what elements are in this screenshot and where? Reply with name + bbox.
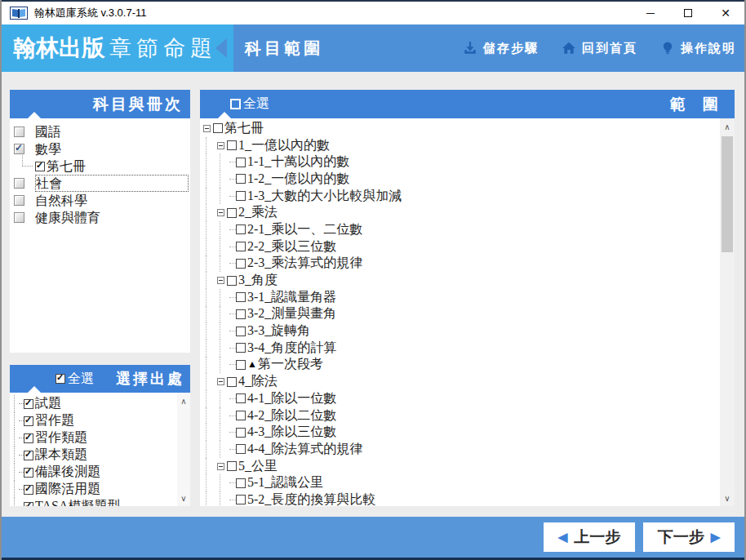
tree-label[interactable]: 2-1_乘以一、二位數 — [247, 221, 362, 238]
tree-label[interactable]: 1-2_一億以內的數 — [247, 171, 349, 188]
checkbox[interactable] — [227, 208, 237, 218]
save-steps-button[interactable]: 儲存步驟 — [463, 41, 539, 56]
subject-item[interactable]: 健康與體育 — [10, 209, 190, 226]
tree-item[interactable]: 3-1_認識量角器 — [200, 289, 720, 306]
tree-item[interactable]: 2_乘法 — [200, 204, 720, 221]
checkbox[interactable] — [14, 144, 24, 154]
checkbox[interactable] — [236, 428, 246, 438]
tree-item[interactable]: 3-2_測量與畫角 — [200, 306, 720, 323]
tree-item[interactable]: 4-2_除以二位數 — [200, 407, 720, 424]
checkbox[interactable] — [227, 461, 237, 471]
subject-item[interactable]: 社會 — [10, 175, 190, 192]
close-icon[interactable]: ✕ — [707, 2, 744, 24]
checkbox[interactable] — [236, 478, 246, 488]
tree-item[interactable]: 2-1_乘以一、二位數 — [200, 221, 720, 238]
checkbox[interactable] — [24, 433, 33, 443]
tree-item[interactable]: 3-3_旋轉角 — [200, 322, 720, 340]
item-label[interactable]: 自然科學 — [35, 193, 87, 208]
tree-item[interactable]: 1_一億以內的數 — [200, 137, 720, 154]
tree-label[interactable]: 4-3_除以三位數 — [247, 424, 336, 441]
tree-label[interactable]: 4-2_除以二位數 — [247, 407, 336, 424]
tree-label[interactable]: 1-3_大數的大小比較與加減 — [247, 188, 402, 205]
next-step-button[interactable]: 下一步 ▶ — [643, 522, 735, 552]
tree-label[interactable]: 5-1_認識公里 — [247, 474, 323, 491]
item-label[interactable]: 習作類題 — [35, 429, 87, 447]
checkbox[interactable] — [24, 502, 33, 507]
help-button[interactable]: 操作說明 — [660, 41, 736, 56]
tree-item[interactable]: 2-3_乘法算式的規律 — [200, 256, 720, 273]
checkbox[interactable] — [236, 224, 246, 234]
tree-item[interactable]: 5-1_認識公里 — [200, 474, 720, 491]
scroll-down-icon[interactable]: ∨ — [720, 491, 735, 504]
tree-item[interactable]: 4-3_除以三位數 — [200, 424, 720, 441]
tree-label[interactable]: 第一次段考 — [258, 356, 323, 373]
tree-label[interactable]: 1-1_十萬以內的數 — [247, 153, 349, 171]
tree-label[interactable]: 2-2_乘以三位數 — [247, 238, 336, 256]
tree-item[interactable]: 4_除法 — [200, 373, 720, 390]
item-label[interactable]: 試題 — [35, 395, 61, 412]
checkbox[interactable] — [14, 127, 24, 137]
volume-item[interactable]: 第七冊 — [10, 158, 190, 175]
tree-label[interactable]: 2_乘法 — [238, 204, 278, 221]
tree-label[interactable]: 3-4_角度的計算 — [247, 340, 336, 357]
checkbox[interactable] — [24, 399, 33, 409]
checkbox[interactable] — [236, 393, 246, 403]
checkbox[interactable] — [236, 242, 246, 251]
source-item[interactable]: 課本類題 — [10, 447, 177, 464]
tree-label[interactable]: 4_除法 — [238, 373, 278, 390]
tree-label[interactable]: 4-1_除以一位數 — [247, 390, 336, 407]
source-item[interactable]: 試題 — [10, 395, 177, 412]
collapse-icon[interactable] — [203, 125, 211, 132]
tree-item[interactable]: 1-3_大數的大小比較與加減 — [200, 188, 720, 205]
select-all-sources-label[interactable]: 全選 — [68, 371, 94, 388]
item-label[interactable]: TASA模擬題型 — [35, 498, 121, 506]
item-label[interactable]: 備課後測題 — [35, 464, 100, 481]
checkbox[interactable] — [236, 259, 246, 269]
select-all-scope-checkbox[interactable] — [230, 99, 241, 109]
subject-item[interactable]: 自然科學 — [10, 192, 190, 209]
tree-label[interactable]: 2-3_乘法算式的規律 — [247, 255, 362, 272]
checkbox[interactable] — [24, 416, 33, 426]
scroll-up-icon[interactable]: ∧ — [720, 120, 735, 133]
checkbox[interactable] — [236, 360, 246, 370]
select-all-scope-label[interactable]: 全選 — [243, 96, 269, 113]
checkbox[interactable] — [24, 485, 33, 495]
tree-scrollbar[interactable]: ∧ ∨ — [720, 118, 735, 506]
scroll-down-icon[interactable]: ∨ — [177, 491, 190, 504]
checkbox[interactable] — [14, 178, 24, 189]
tree-item[interactable]: 5_公里 — [200, 458, 720, 475]
tree-item[interactable]: 5-2_長度的換算與比較 — [200, 491, 720, 506]
tree-label[interactable]: 3_角度 — [238, 272, 278, 289]
minimize-icon[interactable]: ─ — [632, 2, 669, 24]
tree-label[interactable]: 4-4_除法算式的規律 — [247, 441, 362, 458]
subject-item[interactable]: 數學 — [10, 140, 190, 158]
collapse-icon[interactable] — [217, 277, 224, 284]
collapse-icon[interactable] — [217, 378, 224, 385]
item-label[interactable]: 課本類題 — [35, 447, 87, 464]
checkbox[interactable] — [24, 468, 33, 478]
tree-label[interactable]: 3-3_旋轉角 — [247, 322, 310, 340]
item-label[interactable]: 習作題 — [35, 412, 74, 429]
maximize-icon[interactable] — [669, 2, 707, 24]
tree-item[interactable]: ▲第一次段考 — [200, 357, 720, 374]
checkbox[interactable] — [14, 195, 24, 206]
checkbox[interactable] — [236, 292, 246, 302]
checkbox[interactable] — [236, 343, 246, 353]
collapse-icon[interactable] — [217, 209, 224, 216]
tree-label[interactable]: 5-2_長度的換算與比較 — [247, 491, 375, 506]
item-label[interactable]: 第七冊 — [47, 158, 86, 174]
tree-item[interactable]: 4-1_除以一位數 — [200, 390, 720, 407]
item-label[interactable]: 國語 — [35, 124, 61, 140]
item-label[interactable]: 國際活用題 — [35, 481, 100, 498]
tree-label[interactable]: 第七冊 — [224, 120, 264, 137]
tree-item[interactable]: 4-4_除法算式的規律 — [200, 441, 720, 458]
checkbox[interactable] — [236, 309, 246, 319]
item-label[interactable]: 社會 — [35, 175, 189, 192]
home-button[interactable]: 回到首頁 — [562, 41, 637, 56]
collapse-icon[interactable] — [217, 142, 224, 149]
checkbox[interactable] — [14, 212, 24, 223]
tree-label[interactable]: 5_公里 — [238, 458, 278, 475]
checkbox[interactable] — [24, 451, 33, 460]
tree-label[interactable]: 3-2_測量與畫角 — [247, 305, 336, 322]
scroll-up-icon[interactable]: ∧ — [177, 394, 190, 407]
